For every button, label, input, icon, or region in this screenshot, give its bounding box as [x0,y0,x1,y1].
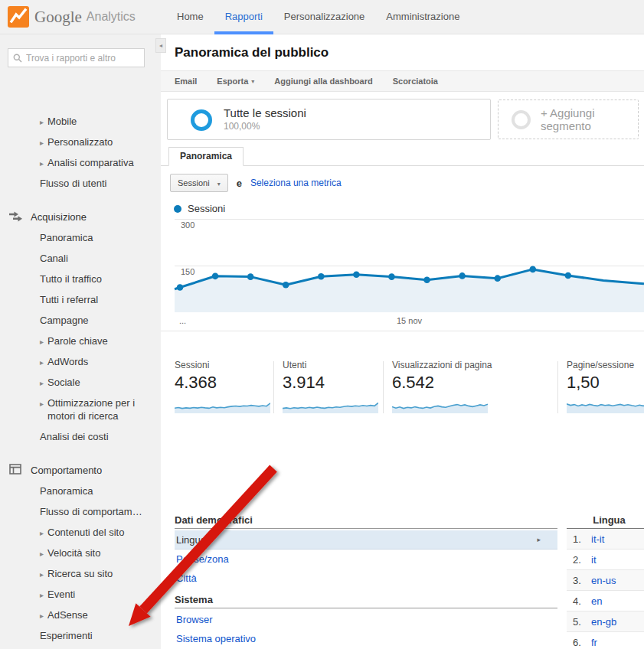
collapse-sidebar-button[interactable]: ◂ [155,38,166,53]
top-nav-amministrazione[interactable]: Amministrazione [375,0,470,34]
segment-all-sessions[interactable]: Tutte le sessioni 100,00% [167,99,491,140]
sidebar-item-adwords[interactable]: ▸AdWords [0,351,161,372]
top-nav-personalizzazione[interactable]: Personalizzazione [273,0,376,34]
dimension-link-sistema-operativo[interactable]: Sistema operativo [175,629,557,648]
dimension-link-citt[interactable]: Città [175,569,557,588]
language-row: 1.it-it [567,529,644,550]
sidebar-item-analisi-comparativa[interactable]: ▸Analisi comparativa [0,152,161,173]
sidebar-item-mobile[interactable]: ▸Mobile [0,111,161,132]
line-chart-canvas [175,219,644,312]
dimension-label: Sistema operativo [176,633,256,644]
sidebar-item-personalizzato[interactable]: ▸Personalizzato [0,132,161,152]
language-table: Lingua 1.it-it2.it3.en-us4.en5.en-gb6.fr [567,514,644,649]
sidebar-item-sociale[interactable]: ▸Sociale [0,372,161,393]
google-analytics-app: Google Analytics HomeRapportiPersonalizz… [0,0,644,649]
dimension-link-paese-zona[interactable]: Paese/zona [175,550,557,569]
language-link-en-gb[interactable]: en-gb [591,611,616,632]
metric-card-visualizzazioni-di-pagina[interactable]: Visualizzazioni di pagina6.542 [392,360,545,416]
metric-dropdown[interactable]: Sessioni ▾ [170,174,228,192]
top-nav-home[interactable]: Home [166,0,214,34]
sparkline-chart [283,396,378,413]
add-segment-button[interactable]: + Aggiungi segmento [498,99,639,139]
sidebar-item-acquisizione[interactable]: Acquisizione [0,207,161,227]
select-metric-link[interactable]: Seleziona una metrica [250,178,342,188]
language-link-en[interactable]: en [591,591,602,611]
sidebar-item-panoramica[interactable]: Panoramica [0,481,161,501]
google-analytics-logo[interactable]: Google Analytics [8,6,136,28]
top-nav-rapporti[interactable]: Rapporti [214,0,273,34]
data-point [247,273,254,280]
sidebar-item-tutti-i-referral[interactable]: Tutti i referral [0,289,161,310]
language-link-fr[interactable]: fr [591,632,597,649]
toolbar-esporta[interactable]: Esporta▾ [217,77,254,86]
group-list: BrowserSistema operativo [175,610,557,648]
expand-arrow-icon: ▸ [40,335,44,348]
sidebar-item-contenuti-del-sito[interactable]: ▸Contenuti del sito [0,522,161,543]
sidebar-item-ricerca-su-sito[interactable]: ▸Ricerca su sito [0,563,161,584]
tab-panoramica[interactable]: Panoramica [168,147,244,166]
sidebar-item-panoramica[interactable]: Panoramica [0,227,161,248]
sidebar-item-parole-chiave[interactable]: ▸Parole chiave [0,331,161,351]
legend-label: Sessioni [188,203,225,214]
row-rank: 2. [573,550,581,570]
expand-arrow-icon: ▸ [40,568,44,581]
metric-card-pagine-sessione[interactable]: Pagine/sessione1,50 [567,360,644,416]
group-title: Dati demografici [175,514,557,529]
row-rank: 6. [573,632,581,649]
language-link-it[interactable]: it [591,550,597,570]
data-point [283,282,289,289]
metric-card-utenti[interactable]: Utenti3.914 [283,360,380,416]
data-point [459,272,466,279]
sidebar-item-esperimenti[interactable]: Esperimenti [0,625,161,646]
page-title: Panoramica del pubblico [175,45,329,60]
toolbar-aggiungi-alla-dashboard[interactable]: Aggiungi alla dashboard [274,77,372,86]
language-row: 3.en-us [567,570,644,591]
report-search-box[interactable] [8,48,145,67]
toolbar-email[interactable]: Email [175,77,197,86]
sparkline-chart [392,396,488,413]
metric-card-sessioni[interactable]: Sessioni4.368 [175,360,272,416]
behavior-icon [9,464,21,478]
language-row: 6.fr [567,632,644,649]
toolbar-label: Scorciatoia [393,77,438,86]
add-segment-ring-icon [512,110,531,129]
row-rank: 1. [573,529,581,550]
language-row: 2.it [567,550,644,570]
x-axis-labels: ... 15 nov [175,316,644,328]
sidebar-item-velocit-sito[interactable]: ▸Velocità sito [0,543,161,563]
sparkline-chart [175,396,270,413]
caret-down-icon: ▾ [217,181,221,188]
metric-dropdown-label: Sessioni [178,178,210,188]
sidebar-item-analisi-dei-costi[interactable]: Analisi dei costi [0,426,161,447]
data-point [529,266,536,273]
sidebar-item-flusso-di-comportam[interactable]: Flusso di comportam… [0,501,161,522]
legend-dot-icon [174,205,181,213]
chart-legend: Sessioni [174,203,225,214]
toolbar-label: Email [175,77,197,86]
dimension-groups: Dati demograficiLingua▸Paese/zonaCittàSi… [175,514,557,649]
dimension-link-lingua[interactable]: Lingua▸ [175,530,557,550]
sidebar-item-ottimizzazione-per-i-motori-di-ricerca[interactable]: ▸Ottimizzazione per i motori di ricerca [0,393,161,426]
sidebar-item-canali[interactable]: Canali [0,248,161,269]
language-table-rows: 1.it-it2.it3.en-us4.en5.en-gb6.fr [567,529,644,649]
dimension-link-browser[interactable]: Browser [175,610,557,629]
language-link-it-it[interactable]: it-it [591,529,604,550]
sparkline-chart [567,396,644,413]
analytics-logo-icon [8,6,29,28]
toolbar-scorciatoia[interactable]: Scorciatoia [393,77,438,86]
sidebar-item-comportamento[interactable]: Comportamento [0,460,161,481]
section-divider [161,331,644,331]
sidebar-item-tutto-il-traffico[interactable]: Tutto il traffico [0,269,161,289]
data-point [565,272,572,279]
sidebar-item-campagne[interactable]: Campagne [0,310,161,331]
brand-name: Google [34,8,82,27]
search-input[interactable] [26,53,139,64]
expand-arrow-icon: ▸ [40,609,44,622]
sidebar-item-analisi-dati-in-page[interactable]: Analisi dati In-Page [0,646,161,649]
sidebar-item-adsense[interactable]: ▸AdSense [0,605,161,625]
sidebar-item-eventi[interactable]: ▸Eventi [0,584,161,605]
y-tick-label: 150 [181,267,195,276]
sidebar-item-flusso-di-utenti[interactable]: Flusso di utenti [0,173,161,194]
data-point [388,273,395,280]
language-link-en-us[interactable]: en-us [591,570,616,591]
